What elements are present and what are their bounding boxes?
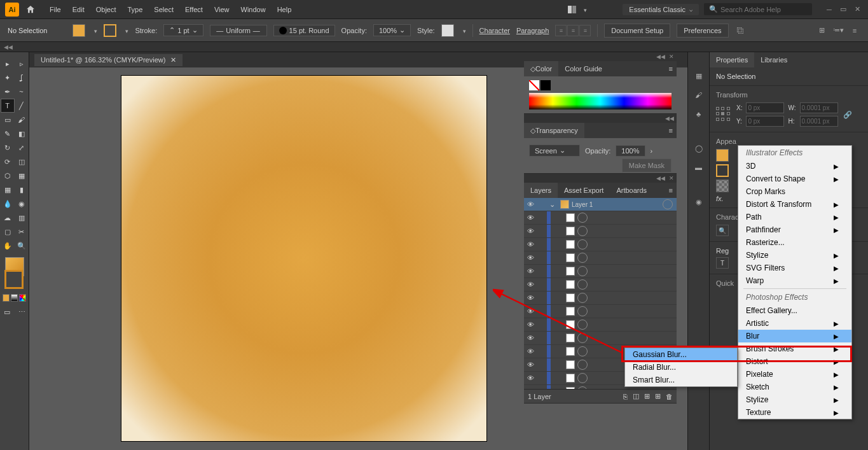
blend-mode[interactable]: Screen⌄ xyxy=(529,144,580,157)
visibility-icon[interactable]: 👁 xyxy=(524,267,537,275)
search-input[interactable] xyxy=(720,6,807,13)
menu-edit[interactable]: Edit xyxy=(72,6,85,13)
fx-item-effect-gallery-[interactable]: Effect Gallery... xyxy=(738,304,851,317)
artboard-tool[interactable]: ▢ xyxy=(1,225,14,238)
fx-icon[interactable]: fx. xyxy=(716,195,724,202)
edit-toolbar-icon[interactable]: ⋯ xyxy=(16,306,29,318)
workspace-selector[interactable]: Essentials Classic⌵ xyxy=(623,4,699,15)
fx-item-sketch[interactable]: Sketch▶ xyxy=(738,381,851,393)
fx-item-svg-filters[interactable]: SVG Filters▶ xyxy=(738,262,851,274)
preferences-button[interactable]: Preferences xyxy=(677,24,728,38)
pen-tool[interactable]: ✒ xyxy=(1,85,14,98)
symbol-tool[interactable]: ☁ xyxy=(1,211,14,224)
width-tool[interactable]: ⟳ xyxy=(1,155,14,168)
character-link[interactable]: Character xyxy=(479,27,510,34)
color-guide-tab[interactable]: Color Guide xyxy=(558,61,609,76)
fx-item-stylize[interactable]: Stylize▶ xyxy=(738,249,851,262)
appearance-panel-icon[interactable]: ◉ xyxy=(691,193,707,210)
window-restore[interactable]: ▭ xyxy=(837,5,849,14)
document-setup-button[interactable]: Document Setup xyxy=(604,24,670,38)
brushes-icon[interactable]: 🖌 xyxy=(691,87,707,103)
stroke-weight[interactable]: ⌃1 pt⌄ xyxy=(163,24,203,36)
layer-row[interactable]: 👁 xyxy=(524,238,677,251)
none-mode-icon[interactable] xyxy=(19,294,26,302)
search-box[interactable]: 🔍 xyxy=(704,3,812,15)
line-tool[interactable]: ╱ xyxy=(15,99,28,112)
menu-help[interactable]: Help xyxy=(277,6,292,13)
arrange-icon[interactable]: ≔▾ xyxy=(832,25,844,36)
slice-tool[interactable]: ✂ xyxy=(15,225,28,238)
selection-tool[interactable]: ▸ xyxy=(1,57,14,70)
collapse-left-icon[interactable]: ◀◀ xyxy=(4,44,13,50)
asset-export-tab[interactable]: Asset Export xyxy=(558,183,610,198)
menu-select[interactable]: Select xyxy=(154,6,174,13)
blend-tool[interactable]: ◉ xyxy=(15,197,28,210)
fx-item-artistic[interactable]: Artistic▶ xyxy=(738,317,851,330)
lasso-tool[interactable]: ʆ xyxy=(15,71,28,84)
home-icon[interactable] xyxy=(24,3,37,16)
font-size-icon[interactable]: T xyxy=(716,257,729,269)
wand-tool[interactable]: ✦ xyxy=(1,71,14,84)
color-stroke-indicator[interactable] xyxy=(541,80,551,90)
brush-def[interactable]: 15 pt. Round xyxy=(273,25,335,36)
visibility-icon[interactable]: 👁 xyxy=(524,200,537,208)
doc-tab[interactable]: Untitled-1* @ 166.32% (CMYK/Preview) ✕ xyxy=(34,54,183,66)
fx-sub-smart-blur-[interactable]: Smart Blur... xyxy=(625,374,737,386)
stroke-profile[interactable]: — Uniform — xyxy=(210,25,267,36)
panel-menu-icon[interactable]: ≡ xyxy=(665,65,677,73)
color-spectrum[interactable] xyxy=(529,93,672,109)
rect-tool[interactable]: ▭ xyxy=(1,113,14,126)
fx-item-rasterize-[interactable]: Rasterize... xyxy=(738,236,851,249)
embed-icon[interactable]: ⊞ xyxy=(816,25,827,36)
align-right-icon[interactable]: ≡ xyxy=(579,25,591,36)
visibility-icon[interactable]: 👁 xyxy=(524,214,537,221)
fx-item-pathfinder[interactable]: Pathfinder▶ xyxy=(738,223,851,236)
layout-switcher-icon[interactable] xyxy=(568,6,576,13)
lock-aspect-icon[interactable]: 🔗 xyxy=(843,111,852,119)
mesh-tool[interactable]: ▦ xyxy=(1,183,14,196)
snap-icon[interactable]: ⿻ xyxy=(735,25,747,36)
menu-view[interactable]: View xyxy=(214,6,230,13)
fx-sub-gaussian-blur-[interactable]: Gaussian Blur... xyxy=(625,348,737,361)
delete-layer-icon[interactable]: 🗑 xyxy=(666,393,673,400)
fx-item-texture[interactable]: Texture▶ xyxy=(738,406,851,419)
fx-item-convert-to-shape[interactable]: Convert to Shape▶ xyxy=(738,172,851,185)
font-search-icon[interactable]: 🔍 xyxy=(716,225,729,236)
stroke-panel-icon[interactable]: ◯ xyxy=(691,140,707,157)
align-left-icon[interactable]: ≡ xyxy=(555,25,567,36)
layers-tab[interactable]: Layers xyxy=(524,183,558,198)
color-mode-icon[interactable] xyxy=(3,294,10,302)
color-fill-indicator[interactable] xyxy=(529,80,539,90)
app-logo[interactable]: Ai xyxy=(5,3,19,17)
appear-fill[interactable] xyxy=(716,149,729,162)
eraser-tool[interactable]: ◧ xyxy=(15,127,28,140)
fx-item--d[interactable]: 3D▶ xyxy=(738,160,851,172)
free-transform-tool[interactable]: ◫ xyxy=(15,155,28,168)
fill-stroke-indicator[interactable] xyxy=(3,257,26,289)
locate-layer-icon[interactable]: ⎘ xyxy=(623,393,628,400)
fx-item-brush-strokes[interactable]: Brush Strokes▶ xyxy=(738,342,851,355)
type-tool[interactable]: T xyxy=(1,99,14,112)
fx-item-pixelate[interactable]: Pixelate▶ xyxy=(738,368,851,381)
screen-mode-icon[interactable]: ▭ xyxy=(1,306,13,318)
menu-type[interactable]: Type xyxy=(128,6,143,13)
fx-sub-radial-blur-[interactable]: Radial Blur... xyxy=(625,361,737,374)
visibility-icon[interactable]: 👁 xyxy=(524,254,537,262)
menu-window[interactable]: Window xyxy=(241,6,266,13)
menu-file[interactable]: File xyxy=(50,6,61,13)
zoom-tool[interactable]: 🔍 xyxy=(15,239,28,252)
fill-swatch[interactable] xyxy=(72,24,85,37)
h-input[interactable] xyxy=(800,116,838,127)
layer-row[interactable]: 👁 xyxy=(524,251,677,265)
window-minimize[interactable]: ─ xyxy=(823,5,835,14)
color-tab[interactable]: ◇ Color xyxy=(524,61,558,76)
layer-row[interactable]: 👁 xyxy=(524,211,677,225)
panel-menu-icon[interactable]: ≡ xyxy=(665,127,677,134)
fx-item-stylize[interactable]: Stylize▶ xyxy=(738,393,851,406)
w-input[interactable] xyxy=(800,102,838,113)
properties-tab[interactable]: Properties xyxy=(710,52,754,67)
menu-effect[interactable]: Effect xyxy=(185,6,203,13)
reference-point-icon[interactable] xyxy=(716,107,731,122)
panel-menu-icon[interactable]: ≡ xyxy=(665,186,677,194)
opacity-arrow-icon[interactable]: › xyxy=(651,147,653,155)
